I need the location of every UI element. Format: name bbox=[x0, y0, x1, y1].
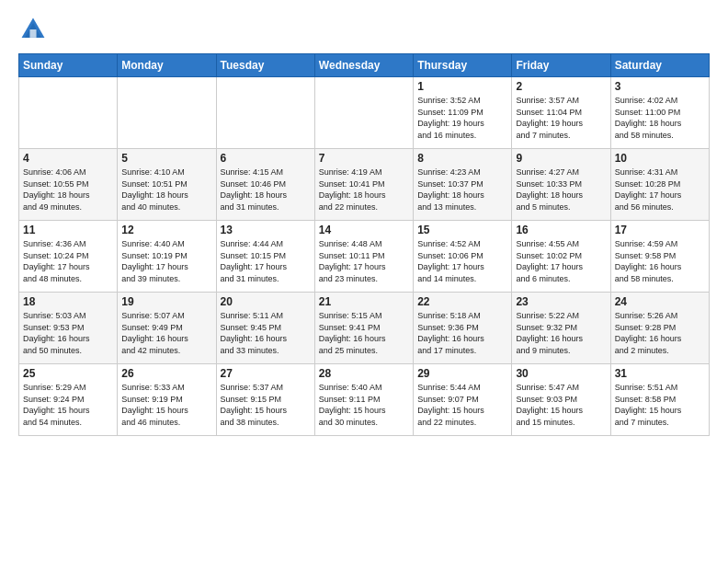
calendar-cell: 21Sunrise: 5:15 AM Sunset: 9:41 PM Dayli… bbox=[314, 293, 413, 364]
calendar-cell: 9Sunrise: 4:27 AM Sunset: 10:33 PM Dayli… bbox=[512, 149, 610, 221]
weekday-header-thursday: Thursday bbox=[414, 54, 512, 77]
day-info: Sunrise: 5:40 AM Sunset: 9:11 PM Dayligh… bbox=[319, 382, 409, 428]
day-info: Sunrise: 5:11 AM Sunset: 9:45 PM Dayligh… bbox=[221, 310, 311, 356]
day-info: Sunrise: 4:59 AM Sunset: 9:58 PM Dayligh… bbox=[615, 238, 705, 284]
day-info: Sunrise: 4:48 AM Sunset: 10:11 PM Daylig… bbox=[319, 238, 409, 284]
calendar-cell bbox=[19, 77, 118, 149]
day-info: Sunrise: 4:15 AM Sunset: 10:46 PM Daylig… bbox=[221, 167, 311, 213]
day-number: 1 bbox=[417, 80, 507, 93]
calendar-table: SundayMondayTuesdayWednesdayThursdayFrid… bbox=[18, 53, 710, 436]
calendar-cell: 16Sunrise: 4:55 AM Sunset: 10:02 PM Dayl… bbox=[512, 221, 610, 293]
day-info: Sunrise: 5:37 AM Sunset: 9:15 PM Dayligh… bbox=[221, 382, 311, 428]
day-number: 18 bbox=[23, 295, 113, 308]
weekday-header-wednesday: Wednesday bbox=[314, 54, 413, 77]
calendar-cell: 15Sunrise: 4:52 AM Sunset: 10:06 PM Dayl… bbox=[414, 221, 512, 293]
day-number: 9 bbox=[516, 152, 606, 165]
day-info: Sunrise: 4:31 AM Sunset: 10:28 PM Daylig… bbox=[615, 167, 705, 213]
calendar-cell bbox=[314, 77, 413, 149]
day-info: Sunrise: 5:33 AM Sunset: 9:19 PM Dayligh… bbox=[121, 382, 211, 428]
logo-icon bbox=[18, 15, 48, 44]
day-number: 22 bbox=[417, 295, 507, 308]
day-number: 24 bbox=[615, 295, 705, 308]
day-number: 10 bbox=[615, 152, 705, 165]
day-info: Sunrise: 4:23 AM Sunset: 10:37 PM Daylig… bbox=[417, 167, 507, 213]
calendar-cell: 20Sunrise: 5:11 AM Sunset: 9:45 PM Dayli… bbox=[216, 293, 314, 364]
day-info: Sunrise: 5:18 AM Sunset: 9:36 PM Dayligh… bbox=[417, 310, 507, 356]
day-number: 31 bbox=[615, 367, 705, 380]
calendar-cell: 18Sunrise: 5:03 AM Sunset: 9:53 PM Dayli… bbox=[19, 293, 118, 364]
calendar-cell bbox=[216, 77, 314, 149]
weekday-header-row: SundayMondayTuesdayWednesdayThursdayFrid… bbox=[19, 54, 710, 77]
day-number: 29 bbox=[417, 367, 507, 380]
day-number: 26 bbox=[121, 367, 211, 380]
calendar-cell: 2Sunrise: 3:57 AM Sunset: 11:04 PM Dayli… bbox=[512, 77, 610, 149]
calendar-cell: 6Sunrise: 4:15 AM Sunset: 10:46 PM Dayli… bbox=[216, 149, 314, 221]
day-number: 19 bbox=[121, 295, 211, 308]
calendar-week-row: 18Sunrise: 5:03 AM Sunset: 9:53 PM Dayli… bbox=[19, 293, 710, 364]
day-number: 30 bbox=[516, 367, 606, 380]
svg-rect-2 bbox=[29, 29, 36, 38]
day-number: 14 bbox=[319, 224, 409, 236]
calendar-cell: 4Sunrise: 4:06 AM Sunset: 10:55 PM Dayli… bbox=[19, 149, 118, 221]
day-number: 13 bbox=[221, 224, 311, 236]
day-number: 27 bbox=[221, 367, 311, 380]
day-info: Sunrise: 5:26 AM Sunset: 9:28 PM Dayligh… bbox=[615, 310, 705, 356]
calendar-cell: 29Sunrise: 5:44 AM Sunset: 9:07 PM Dayli… bbox=[414, 364, 512, 436]
calendar-cell: 22Sunrise: 5:18 AM Sunset: 9:36 PM Dayli… bbox=[414, 293, 512, 364]
calendar-cell: 1Sunrise: 3:52 AM Sunset: 11:09 PM Dayli… bbox=[414, 77, 512, 149]
weekday-header-sunday: Sunday bbox=[19, 54, 118, 77]
day-info: Sunrise: 4:55 AM Sunset: 10:02 PM Daylig… bbox=[516, 238, 606, 284]
day-number: 16 bbox=[516, 224, 606, 236]
day-number: 3 bbox=[615, 80, 705, 93]
day-info: Sunrise: 4:40 AM Sunset: 10:19 PM Daylig… bbox=[121, 238, 211, 284]
day-info: Sunrise: 4:06 AM Sunset: 10:55 PM Daylig… bbox=[23, 167, 113, 213]
calendar-week-row: 11Sunrise: 4:36 AM Sunset: 10:24 PM Dayl… bbox=[19, 221, 710, 293]
calendar-cell: 31Sunrise: 5:51 AM Sunset: 8:58 PM Dayli… bbox=[610, 364, 709, 436]
weekday-header-saturday: Saturday bbox=[610, 54, 709, 77]
header bbox=[18, 15, 710, 44]
day-info: Sunrise: 4:19 AM Sunset: 10:41 PM Daylig… bbox=[319, 167, 409, 213]
day-number: 2 bbox=[516, 80, 606, 93]
calendar-cell: 28Sunrise: 5:40 AM Sunset: 9:11 PM Dayli… bbox=[314, 364, 413, 436]
day-info: Sunrise: 4:36 AM Sunset: 10:24 PM Daylig… bbox=[23, 238, 113, 284]
weekday-header-tuesday: Tuesday bbox=[216, 54, 314, 77]
day-number: 11 bbox=[23, 224, 113, 236]
day-info: Sunrise: 4:27 AM Sunset: 10:33 PM Daylig… bbox=[516, 167, 606, 213]
calendar-cell: 11Sunrise: 4:36 AM Sunset: 10:24 PM Dayl… bbox=[19, 221, 118, 293]
day-number: 7 bbox=[319, 152, 409, 165]
calendar-cell: 19Sunrise: 5:07 AM Sunset: 9:49 PM Dayli… bbox=[118, 293, 216, 364]
day-number: 12 bbox=[121, 224, 211, 236]
day-info: Sunrise: 3:57 AM Sunset: 11:04 PM Daylig… bbox=[516, 95, 606, 141]
day-info: Sunrise: 5:03 AM Sunset: 9:53 PM Dayligh… bbox=[23, 310, 113, 356]
calendar-cell: 10Sunrise: 4:31 AM Sunset: 10:28 PM Dayl… bbox=[610, 149, 709, 221]
calendar-cell: 14Sunrise: 4:48 AM Sunset: 10:11 PM Dayl… bbox=[314, 221, 413, 293]
day-number: 5 bbox=[121, 152, 211, 165]
calendar-cell: 25Sunrise: 5:29 AM Sunset: 9:24 PM Dayli… bbox=[19, 364, 118, 436]
day-number: 8 bbox=[417, 152, 507, 165]
calendar-week-row: 4Sunrise: 4:06 AM Sunset: 10:55 PM Dayli… bbox=[19, 149, 710, 221]
calendar-cell: 23Sunrise: 5:22 AM Sunset: 9:32 PM Dayli… bbox=[512, 293, 610, 364]
day-number: 15 bbox=[417, 224, 507, 236]
day-number: 17 bbox=[615, 224, 705, 236]
calendar-cell: 8Sunrise: 4:23 AM Sunset: 10:37 PM Dayli… bbox=[414, 149, 512, 221]
calendar-cell: 30Sunrise: 5:47 AM Sunset: 9:03 PM Dayli… bbox=[512, 364, 610, 436]
day-info: Sunrise: 5:44 AM Sunset: 9:07 PM Dayligh… bbox=[417, 382, 507, 428]
calendar-week-row: 25Sunrise: 5:29 AM Sunset: 9:24 PM Dayli… bbox=[19, 364, 710, 436]
day-info: Sunrise: 3:52 AM Sunset: 11:09 PM Daylig… bbox=[417, 95, 507, 141]
day-info: Sunrise: 5:51 AM Sunset: 8:58 PM Dayligh… bbox=[615, 382, 705, 428]
weekday-header-monday: Monday bbox=[118, 54, 216, 77]
day-number: 21 bbox=[319, 295, 409, 308]
day-number: 6 bbox=[221, 152, 311, 165]
logo bbox=[18, 15, 51, 44]
calendar-cell bbox=[118, 77, 216, 149]
day-number: 20 bbox=[221, 295, 311, 308]
day-info: Sunrise: 4:44 AM Sunset: 10:15 PM Daylig… bbox=[221, 238, 311, 284]
day-info: Sunrise: 5:47 AM Sunset: 9:03 PM Dayligh… bbox=[516, 382, 606, 428]
calendar-cell: 13Sunrise: 4:44 AM Sunset: 10:15 PM Dayl… bbox=[216, 221, 314, 293]
calendar-week-row: 1Sunrise: 3:52 AM Sunset: 11:09 PM Dayli… bbox=[19, 77, 710, 149]
day-info: Sunrise: 5:15 AM Sunset: 9:41 PM Dayligh… bbox=[319, 310, 409, 356]
day-info: Sunrise: 4:02 AM Sunset: 11:00 PM Daylig… bbox=[615, 95, 705, 141]
day-number: 28 bbox=[319, 367, 409, 380]
calendar-cell: 7Sunrise: 4:19 AM Sunset: 10:41 PM Dayli… bbox=[314, 149, 413, 221]
calendar-cell: 27Sunrise: 5:37 AM Sunset: 9:15 PM Dayli… bbox=[216, 364, 314, 436]
